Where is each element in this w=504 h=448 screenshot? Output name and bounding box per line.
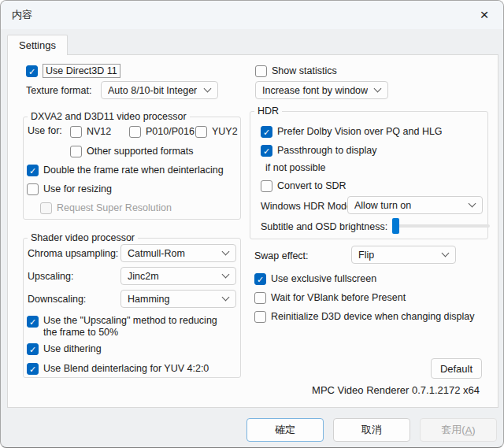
chevron-down-icon bbox=[469, 200, 476, 208]
slider-thumb[interactable] bbox=[392, 218, 399, 234]
use-direct3d11-checkbox[interactable]: Use Direct3D 11 bbox=[26, 64, 120, 78]
checkbox-label: Prefer Dolby Vision over PQ and HLG bbox=[277, 126, 443, 137]
checkbox-label: Request Super Resolution bbox=[57, 202, 172, 213]
close-icon[interactable]: × bbox=[472, 4, 497, 26]
chroma-upsampling-select[interactable]: Catmull-Rom bbox=[120, 244, 236, 262]
checkbox[interactable] bbox=[129, 126, 141, 138]
downscaling-label: Downscaling: bbox=[28, 294, 86, 305]
checkbox-label: Use the "Upscaling" method to reducing t… bbox=[43, 315, 223, 339]
prefer-dolby-vision-checkbox[interactable]: Prefer Dolby Vision over PQ and HLG bbox=[261, 124, 443, 139]
checkbox-label: Use exclusive fullscreen bbox=[271, 273, 376, 284]
other-formats-checkbox[interactable]: Other supported formats bbox=[70, 144, 193, 158]
group-title: Shader video processor bbox=[28, 232, 138, 243]
upscaling-half-frame-checkbox[interactable]: Use the "Upscaling" method to reducing t… bbox=[27, 315, 232, 339]
blend-deinterlacing-checkbox[interactable]: Use Blend deinterlacing for YUV 4:2:0 bbox=[27, 361, 209, 376]
checkbox[interactable] bbox=[27, 316, 39, 328]
reinitialize-d3d-checkbox[interactable]: Reinitialize D3D device when changing di… bbox=[254, 309, 474, 324]
use-dithering-checkbox[interactable]: Use dithering bbox=[27, 342, 102, 356]
checkbox-label: Reinitialize D3D device when changing di… bbox=[271, 311, 474, 322]
chevron-down-icon bbox=[442, 250, 450, 257]
yuy2-checkbox[interactable]: YUY2 bbox=[195, 124, 238, 139]
button-label-prefix: 套用( bbox=[441, 423, 465, 437]
group-title: DXVA2 and D3D11 video processor bbox=[28, 111, 190, 122]
selected-value: Catmull-Rom bbox=[128, 248, 185, 259]
checkbox[interactable] bbox=[195, 126, 207, 138]
selected-value: Hamming bbox=[128, 294, 170, 305]
checkbox-label: Use for resizing bbox=[43, 183, 112, 194]
checkbox[interactable] bbox=[70, 146, 82, 157]
button-accesskey: A bbox=[465, 424, 472, 436]
checkbox[interactable] bbox=[27, 363, 39, 375]
show-statistics-checkbox[interactable]: Show statistics bbox=[255, 64, 337, 78]
exclusive-fullscreen-checkbox[interactable]: Use exclusive fullscreen bbox=[254, 272, 376, 286]
use-for-label: Use for: bbox=[28, 125, 62, 136]
renderer-version-text: MPC Video Renderer 0.7.1.2172 x64 bbox=[312, 384, 480, 396]
default-button[interactable]: Default bbox=[431, 358, 482, 379]
checkbox-label: Passthrough to display bbox=[277, 145, 376, 156]
downscaling-select[interactable]: Hamming bbox=[120, 290, 236, 308]
checkbox[interactable] bbox=[27, 165, 39, 176]
button-label: Default bbox=[440, 363, 472, 375]
checkbox[interactable] bbox=[261, 180, 272, 192]
osd-brightness-label: Subtitle and OSD brightness: bbox=[261, 221, 387, 232]
checkbox-label: YUY2 bbox=[212, 126, 238, 137]
wait-vblank-checkbox[interactable]: Wait for VBlank before Present bbox=[254, 291, 406, 305]
swap-effect-select[interactable]: Flip bbox=[351, 246, 456, 264]
statistics-font-select[interactable]: Increase font by window bbox=[255, 81, 388, 99]
p010-checkbox[interactable]: P010/P016 bbox=[129, 124, 195, 139]
selected-value: Auto 8/10-bit Integer bbox=[108, 85, 197, 96]
titlebar: 内容 × bbox=[1, 1, 503, 29]
ok-button[interactable]: 確定 bbox=[246, 418, 324, 442]
checkbox[interactable] bbox=[27, 343, 39, 355]
checkbox[interactable] bbox=[254, 311, 266, 323]
settings-dialog: 内容 × Settings Use Direct3D 11 Texture fo… bbox=[0, 0, 504, 448]
chevron-down-icon bbox=[374, 85, 382, 93]
apply-button: 套用(A) bbox=[420, 418, 497, 442]
checkbox-label: Use Blend deinterlacing for YUV 4:2:0 bbox=[43, 363, 209, 374]
selected-value: Jinc2m bbox=[128, 271, 159, 282]
checkbox-label: Use Direct3D 11 bbox=[43, 64, 120, 78]
checkbox-label: Show statistics bbox=[272, 65, 337, 76]
selected-value: Increase font by window bbox=[262, 85, 368, 96]
osd-brightness-slider[interactable] bbox=[392, 218, 490, 234]
checkbox[interactable] bbox=[27, 183, 39, 195]
checkbox-label: Wait for VBlank before Present bbox=[271, 292, 406, 303]
checkbox[interactable] bbox=[26, 65, 38, 77]
checkbox-label: Use dithering bbox=[43, 343, 102, 354]
checkbox[interactable] bbox=[255, 65, 267, 77]
use-for-resizing-checkbox[interactable]: Use for resizing bbox=[27, 182, 112, 196]
checkbox[interactable] bbox=[261, 145, 272, 157]
passthrough-to-display-checkbox[interactable]: Passthrough to display bbox=[261, 143, 376, 157]
chroma-upsampling-label: Chroma upsampling: bbox=[28, 248, 118, 259]
windows-hdr-mode-select[interactable]: Allow turn on bbox=[347, 196, 483, 214]
upscaling-label: Upscaling: bbox=[28, 271, 73, 282]
swap-effect-label: Swap effect: bbox=[254, 250, 309, 261]
checkbox-label: Convert to SDR bbox=[277, 180, 346, 191]
checkbox-label: Other supported formats bbox=[87, 146, 193, 157]
checkbox-label: Double the frame rate when deinterlacing bbox=[43, 165, 224, 176]
checkbox[interactable] bbox=[261, 126, 272, 138]
nv12-checkbox[interactable]: NV12 bbox=[70, 124, 111, 139]
checkbox[interactable] bbox=[254, 273, 266, 285]
convert-to-sdr-checkbox[interactable]: Convert to SDR bbox=[261, 179, 346, 193]
slider-track[interactable] bbox=[392, 224, 490, 228]
windows-hdr-mode-label: Windows HDR Mode: bbox=[261, 201, 354, 212]
texture-format-select[interactable]: Auto 8/10-bit Integer bbox=[101, 81, 218, 99]
chevron-down-icon bbox=[222, 248, 230, 256]
chevron-down-icon bbox=[222, 294, 230, 302]
selected-value: Flip bbox=[358, 250, 374, 261]
checkbox[interactable] bbox=[254, 292, 266, 304]
selected-value: Allow turn on bbox=[354, 200, 411, 211]
button-label-suffix: ) bbox=[472, 424, 475, 436]
checkbox-label: P010/P016 bbox=[146, 126, 195, 137]
double-frame-rate-checkbox[interactable]: Double the frame rate when deinterlacing bbox=[27, 163, 224, 177]
cancel-button[interactable]: 取消 bbox=[333, 418, 410, 442]
request-super-resolution-checkbox: Request Super Resolution bbox=[40, 201, 172, 215]
upscaling-select[interactable]: Jinc2m bbox=[120, 267, 236, 285]
button-label: 取消 bbox=[361, 423, 382, 437]
chevron-down-icon bbox=[204, 85, 212, 93]
if-not-possible-text: if not possible bbox=[265, 162, 325, 173]
checkbox[interactable] bbox=[70, 126, 82, 138]
group-title: HDR bbox=[254, 106, 282, 117]
tab-settings[interactable]: Settings bbox=[7, 35, 68, 55]
